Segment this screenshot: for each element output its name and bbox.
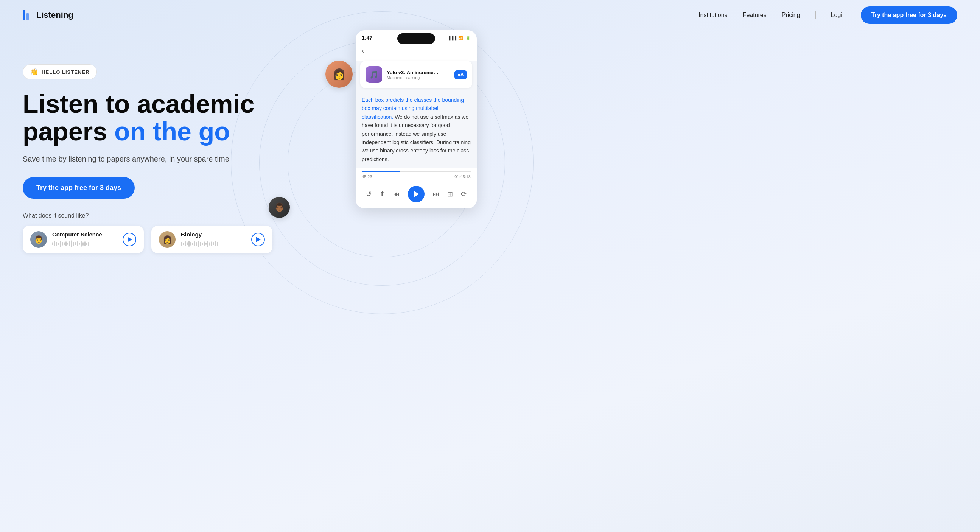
- phone-notch: [397, 33, 435, 44]
- nav-link-pricing[interactable]: Pricing: [782, 12, 800, 19]
- audio-card-cs: 👨 Computer Science: [23, 226, 144, 253]
- avatar-bio-face: 👩: [159, 231, 175, 248]
- progress-fill: [362, 171, 400, 172]
- hello-wave-emoji: 👋: [30, 68, 38, 76]
- nav-divider: [815, 11, 816, 19]
- hero-section: 👋 HELLO LISTENER Listen to academic pape…: [0, 30, 980, 318]
- signal-icon: ▐▐▐: [448, 35, 456, 40]
- progress-start: 45:23: [362, 174, 372, 179]
- nav-cta-button[interactable]: Try the app free for 3 days: [861, 6, 957, 24]
- play-icon-cs: [127, 237, 132, 242]
- logo-icon: [23, 10, 33, 21]
- phone-layout-button[interactable]: ⊞: [447, 190, 453, 198]
- phone-status-icons: ▐▐▐ 📶 🔋: [448, 35, 471, 40]
- paper-info: Yolo v3: An incremental im... Machine Le…: [387, 70, 450, 80]
- progress-end: 01:45:18: [455, 174, 471, 179]
- phone-progress: 45:23 01:45:18: [356, 168, 477, 182]
- play-icon-main: [414, 191, 419, 197]
- phone-settings-button[interactable]: ⟳: [461, 190, 466, 198]
- phone-loop-button[interactable]: ↺: [366, 190, 372, 198]
- hero-left: 👋 HELLO LISTENER Listen to academic pape…: [23, 53, 280, 253]
- audio-info-cs: Computer Science: [52, 231, 117, 247]
- wifi-icon: 📶: [458, 35, 463, 40]
- logo[interactable]: Listening: [23, 10, 73, 21]
- audio-avatar-cs: 👨: [30, 231, 47, 248]
- audio-avatar-bio: 👩: [159, 231, 175, 248]
- hero-subtitle: Save time by listening to papers anywher…: [23, 155, 235, 164]
- audio-cards: 👨 Computer Science: [23, 226, 280, 253]
- audio-label-bio: Biology: [181, 231, 246, 237]
- paper-text-normal: We do not use a softmax as we have found…: [362, 114, 471, 162]
- phone-back-button[interactable]: ‹: [356, 44, 477, 58]
- hello-badge: 👋 HELLO LISTENER: [23, 64, 97, 80]
- phone-status-bar: 1:47 ▐▐▐ 📶 🔋: [356, 30, 477, 44]
- nav-link-login[interactable]: Login: [831, 12, 846, 19]
- hero-title-line1: Listen to academic: [23, 89, 254, 118]
- floating-avatar-1: 👩: [325, 61, 353, 88]
- nav-links: Institutions Features Pricing Login Try …: [698, 6, 957, 24]
- paper-icon-emoji: 🎵: [369, 70, 379, 79]
- hello-badge-text: HELLO LISTENER: [41, 69, 90, 75]
- phone-time: 1:47: [362, 35, 372, 41]
- battery-icon: 🔋: [465, 35, 471, 40]
- circles-decoration: 👩 👨 👨🏾 1:47 ▐▐▐ 📶 🔋: [250, 30, 515, 295]
- progress-times: 45:23 01:45:18: [362, 174, 471, 179]
- svg-rect-0: [23, 10, 25, 21]
- progress-track: [362, 171, 471, 172]
- hero-title-line2-accent: on the go: [114, 117, 230, 146]
- navbar: Listening Institutions Features Pricing …: [0, 0, 980, 30]
- hero-cta-button[interactable]: Try the app free for 3 days: [23, 177, 135, 199]
- what-sounds-label: What does it sound like?: [23, 212, 280, 219]
- hero-title: Listen to academic papers on the go: [23, 90, 280, 146]
- phone-controls: ↺ ⬆ ⏮ ⏭ ⊞ ⟳: [356, 182, 477, 209]
- avatar-cs-face: 👨: [30, 231, 47, 248]
- paper-title: Yolo v3: An incremental im...: [387, 70, 440, 75]
- hero-right: 👩 👨 👨🏾 1:47 ▐▐▐ 📶 🔋: [280, 53, 957, 318]
- audio-play-cs[interactable]: [123, 233, 136, 246]
- phone-play-button[interactable]: [408, 186, 425, 202]
- audio-label-cs: Computer Science: [52, 231, 117, 237]
- phone-content: 🎵 Yolo v3: An incremental im... Machine …: [356, 61, 477, 168]
- logo-text: Listening: [36, 10, 73, 20]
- audio-waveform-bio: [181, 240, 246, 247]
- audio-info-bio: Biology: [181, 231, 246, 247]
- play-icon-bio: [256, 237, 261, 242]
- paper-text-body: Each box predicts the classes the boundi…: [356, 91, 477, 168]
- svg-rect-1: [27, 13, 29, 21]
- paper-category: Machine Learning: [387, 75, 450, 80]
- phone-mockup: 1:47 ▐▐▐ 📶 🔋 ‹ 🎵: [356, 30, 477, 209]
- paper-card: 🎵 Yolo v3: An incremental im... Machine …: [360, 61, 472, 88]
- audio-play-bio[interactable]: [251, 233, 265, 246]
- phone-share-button[interactable]: ⬆: [380, 190, 385, 198]
- hero-title-line2-normal: papers: [23, 117, 114, 146]
- nav-link-institutions[interactable]: Institutions: [698, 12, 727, 19]
- paper-icon: 🎵: [366, 66, 382, 83]
- nav-link-features[interactable]: Features: [743, 12, 767, 19]
- audio-card-bio: 👩 Biology: [151, 226, 272, 253]
- audio-waveform-cs: [52, 240, 117, 247]
- phone-prev-button[interactable]: ⏮: [393, 190, 400, 198]
- phone-next-button[interactable]: ⏭: [433, 190, 439, 198]
- paper-aa-button[interactable]: aA: [455, 70, 467, 79]
